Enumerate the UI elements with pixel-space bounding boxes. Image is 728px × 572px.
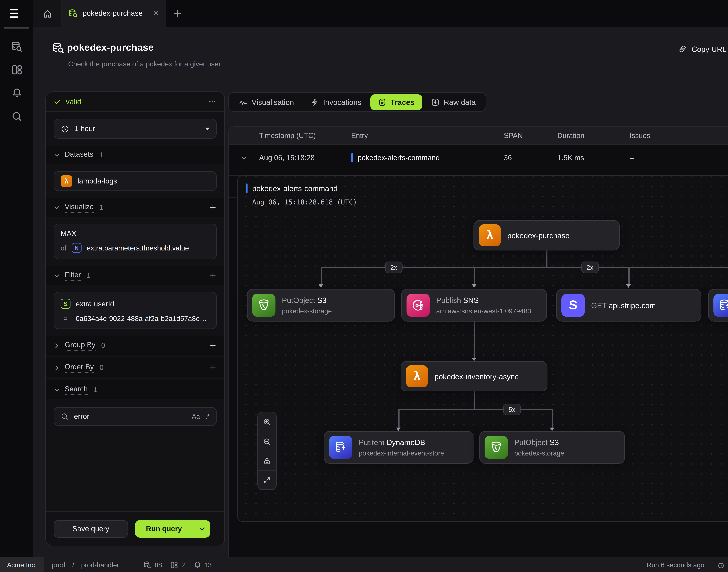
match-case-toggle[interactable]: Aa [192,413,200,420]
section-search[interactable]: Search 1 [46,380,224,399]
latency-stat: Less than 431ms [717,561,728,569]
time-range-select[interactable]: 1 hour [54,119,217,139]
query-menu-button[interactable] [208,97,217,106]
chevron-right-icon [54,342,60,349]
menu-button[interactable] [9,8,23,19]
bell-icon [193,561,201,569]
alerts-count[interactable]: 13 [193,561,212,569]
tab-invocations[interactable]: Invocations [303,94,369,110]
copy-url-button[interactable]: Copy URL [678,44,727,54]
status-badge: valid [66,97,81,106]
check-icon [54,98,61,105]
tab-close-icon[interactable]: ✕ [153,9,159,17]
chart-line-icon [239,97,247,106]
rail-dashboards-button[interactable] [0,60,33,80]
save-query-button[interactable]: Save query [54,520,128,538]
dashboard-grid-icon [170,561,178,569]
trace-timestamp: Aug 06, 15:18:28.618 (UTC) [252,198,357,206]
raw-data-label: Raw data [444,97,476,106]
edge-count-badge: 2x [581,262,599,273]
edge-count-badge: 5x [503,404,521,415]
node-pokedex-purchase[interactable]: λ pokedex-purchase [474,220,620,251]
add-group-by-button[interactable] [209,342,217,349]
of-label: of [61,244,66,252]
dashboards-count[interactable]: 2 [170,561,185,569]
alerts-count-value: 13 [204,561,212,568]
zoom-in-button[interactable] [258,412,276,432]
tab-traces[interactable]: Traces [370,94,422,110]
node-service: api.stripe.com [609,301,656,309]
node-get-api-stripe[interactable]: S GET api.stripe.com [556,289,701,321]
section-filter[interactable]: Filter 1 [46,266,224,285]
section-order-by[interactable]: Order By 0 [46,358,224,377]
section-datasets[interactable]: Datasets 1 [46,146,224,164]
arrow-icon [472,358,477,361]
breadcrumb-separator: / [72,561,74,568]
filter-item[interactable]: S extra.userId = 0a634a4e-9022-488a-af2a… [54,292,217,329]
node-pokedex-inventory-async[interactable]: λ pokedex-inventory-async [401,361,548,391]
node-putitem-dynamodb[interactable]: Putitem DynamoDB pokedex-internal-event-… [324,431,474,463]
row-duration: 1.5K ms [557,154,630,162]
org-switcher[interactable]: Acme Inc. [0,558,44,572]
string-type-badge: S [61,299,70,309]
node-putobject-s3[interactable]: PutObject S3 pokedex-storage [247,289,395,321]
section-visualize[interactable]: Visualize 1 [46,198,224,217]
add-filter-button[interactable] [209,272,217,279]
query-actions-footer: Save query Run query [46,511,224,546]
regex-toggle[interactable]: .* [205,413,210,420]
bell-icon [11,87,22,99]
rail-alerts-button[interactable] [0,83,33,103]
stopwatch-icon [717,561,725,569]
tab-visualisation[interactable]: Visualisation [231,94,301,110]
group-by-count: 0 [101,341,105,350]
env-name[interactable]: prod [52,561,65,568]
row-entry: pokedex-alerts-command [358,154,440,162]
home-tab[interactable] [33,0,61,27]
node-putobject-s3-bottom[interactable]: PutObject S3 pokedex-storage [479,431,625,463]
new-tab-button[interactable] [172,8,183,19]
zoom-out-icon [263,437,271,446]
search-count: 1 [93,385,97,394]
search-icon [61,412,69,421]
node-service: SNS [463,296,479,305]
lock-view-button[interactable] [258,451,276,470]
service-name[interactable]: prod-handler [81,561,119,568]
zoom-out-button[interactable] [258,432,276,451]
tab-raw-data[interactable]: Raw data [423,94,483,110]
edge [629,267,629,284]
lambda-icon: λ [61,175,72,187]
node-getitem-dynamodb[interactable]: GetItem DynamoDB pokedex-projections [708,289,728,321]
table-header: Timestamp (UTC) Entry SPAN Duration Issu… [229,127,728,145]
time-range-value: 1 hour [75,125,200,133]
run-query-button[interactable]: Run query [135,520,210,538]
filter-count: 1 [87,272,90,280]
node-resource: pokedex-storage [282,307,332,314]
add-order-by-button[interactable] [209,364,217,371]
tab-pokedex-purchase[interactable]: pokedex-purchase ✕ [61,0,166,27]
queries-count[interactable]: 88 [144,561,162,569]
visualize-item[interactable]: MAX of N extra.parameters.threshold.valu… [54,224,217,259]
rail-search-button[interactable] [0,106,33,126]
node-action: PutObject [514,438,548,447]
rail-queries-button[interactable] [0,37,33,57]
table-row-expanded[interactable]: Aug 06, 15:18:28 pokedex-alerts-command … [229,145,728,171]
col-duration: Duration [557,132,630,140]
run-query-options-button[interactable] [193,520,210,538]
add-visualize-button[interactable] [209,204,217,211]
traces-table: Timestamp (UTC) Entry SPAN Duration Issu… [228,126,728,572]
dataset-item-lambda-logs[interactable]: λ lambda-logs [54,171,217,191]
node-publish-sns[interactable]: Publish SNS arn:aws:sns:eu-west-1:097948… [401,289,547,321]
search-icon [11,111,22,122]
node-service: S3 [550,438,559,447]
arrow-icon [626,284,631,288]
section-group-by[interactable]: Group By 0 [46,336,224,355]
search-input[interactable]: error Aa .* [54,407,217,426]
query-icon [68,8,78,18]
dashboard-grid-icon [11,64,22,76]
lightning-icon [310,97,319,106]
filter-operator: = [61,314,70,323]
fit-view-button[interactable] [258,470,276,489]
datasets-count: 1 [99,151,103,159]
datasets-label: Datasets [65,150,93,160]
visualize-field: extra.parameters.threshold.value [87,244,189,252]
